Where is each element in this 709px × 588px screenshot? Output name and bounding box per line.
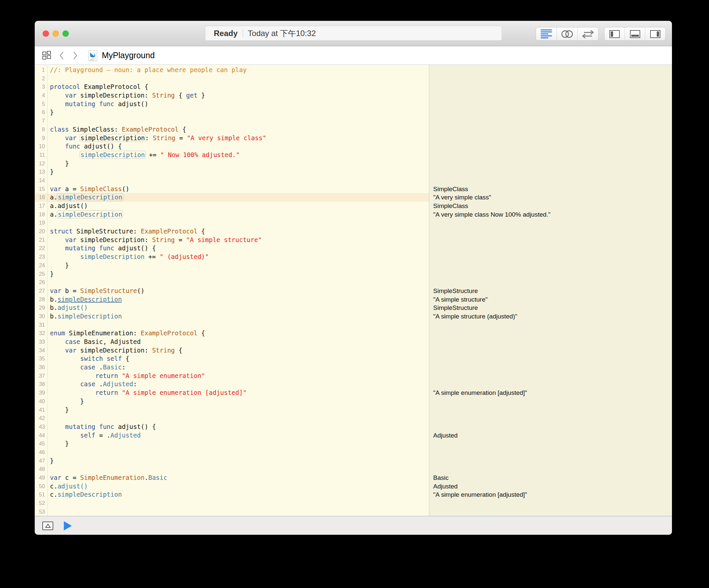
result-value[interactable]: "A very simple class Now 100% adjusted." <box>429 210 672 219</box>
result-value[interactable]: "A very simple class" <box>429 193 672 202</box>
code-line[interactable]: return "A simple enumeration" <box>48 372 205 380</box>
back-button[interactable] <box>58 51 65 60</box>
code-line[interactable]: var c = SimpleEnumeration.Basic <box>48 474 167 482</box>
code-line[interactable]: mutating func adjust() <box>48 100 148 108</box>
code-line-row[interactable]: 52 <box>35 499 429 508</box>
code-line[interactable]: case .Basic: <box>48 363 126 372</box>
code-line[interactable]: self = .Adjusted <box>48 431 141 440</box>
code-line[interactable]: var simpleDescription: String = "A very … <box>48 134 266 142</box>
code-line-row[interactable]: 11 simpleDescription += " Now 100% adjus… <box>35 151 429 159</box>
close-button[interactable] <box>43 30 49 37</box>
code-line-row[interactable]: 41 } <box>35 406 429 415</box>
assistant-editor-button[interactable] <box>557 27 578 41</box>
code-line[interactable]: a.adjust() <box>48 202 88 210</box>
version-editor-button[interactable] <box>578 27 598 41</box>
code-line-row[interactable]: 12 } <box>35 159 429 168</box>
code-line-row[interactable]: 8class SimpleClass: ExampleProtocol { <box>35 125 429 134</box>
code-line-row[interactable]: 14 <box>35 176 429 185</box>
code-line-row[interactable]: 43 mutating func adjust() { <box>35 423 429 431</box>
code-line-row[interactable]: 30b.simpleDescription <box>35 312 429 321</box>
code-line[interactable]: case Basic, Adjusted <box>48 338 141 346</box>
code-line[interactable]: switch self { <box>48 354 129 363</box>
code-line[interactable]: var simpleDescription: String { get } <box>48 91 205 100</box>
code-line-row[interactable]: 22 mutating func adjust() { <box>35 244 429 253</box>
code-line-row[interactable]: 9 var simpleDescription: String = "A ver… <box>35 134 429 142</box>
code-line[interactable]: b.simpleDescription <box>48 312 122 321</box>
debug-area-toggle-button[interactable] <box>42 522 53 530</box>
inspector-panel-button[interactable] <box>645 27 665 41</box>
code-line-row[interactable]: 38 case .Adjusted: <box>35 380 429 389</box>
code-line[interactable]: enum SimpleEnumeration: ExampleProtocol … <box>48 329 205 338</box>
code-line[interactable]: mutating func adjust() { <box>48 423 156 431</box>
code-line[interactable] <box>48 117 50 125</box>
code-line-row[interactable]: 23 simpleDescription += " (adjusted)" <box>35 253 429 261</box>
code-line[interactable]: //: Playground – noun: a place where peo… <box>48 66 247 74</box>
code-line[interactable]: c.simpleDescription <box>48 490 122 499</box>
code-line-row[interactable]: 1//: Playground – noun: a place where pe… <box>35 66 429 74</box>
result-value[interactable]: SimpleStructure <box>429 303 672 312</box>
code-line[interactable]: } <box>48 168 54 176</box>
code-line[interactable] <box>48 176 50 185</box>
code-line-row[interactable]: 32enum SimpleEnumeration: ExampleProtoco… <box>35 329 429 338</box>
file-menu-button[interactable]: MyPlayground <box>102 51 155 60</box>
code-line-row[interactable]: 29b.adjust() <box>35 303 429 312</box>
result-value[interactable]: Adjusted <box>429 431 672 440</box>
code-line[interactable]: b.adjust() <box>48 303 88 312</box>
code-line[interactable]: } <box>48 406 69 415</box>
code-line-row[interactable]: 46 <box>35 448 429 457</box>
code-line-row[interactable]: 34 var simpleDescription: String { <box>35 346 429 355</box>
code-line-row[interactable]: 44 self = .Adjusted <box>35 431 429 440</box>
standard-editor-button[interactable] <box>536 27 557 41</box>
code-line-row[interactable]: 13} <box>35 168 429 176</box>
code-line[interactable] <box>48 219 50 227</box>
code-line-row[interactable]: 51c.simpleDescription <box>35 490 429 499</box>
code-line-row[interactable]: 33 case Basic, Adjusted <box>35 338 429 346</box>
code-line[interactable]: } <box>48 108 54 117</box>
result-value[interactable]: Adjusted <box>429 482 672 491</box>
code-line-row[interactable]: 31 <box>35 321 429 329</box>
result-value[interactable]: "A simple enumeration [adjusted]" <box>429 490 672 499</box>
code-line-row[interactable]: 19 <box>35 219 429 227</box>
code-line-row[interactable]: 24 } <box>35 261 429 270</box>
code-line-row[interactable]: 17a.adjust() <box>35 202 429 210</box>
code-line-row[interactable]: 36 case .Basic: <box>35 363 429 372</box>
code-line[interactable]: var b = SimpleStructure() <box>48 287 145 295</box>
code-line[interactable]: func adjust() { <box>48 142 122 151</box>
code-line-row[interactable]: 25} <box>35 270 429 278</box>
result-value[interactable]: "A simple structure (adjusted)" <box>429 312 672 321</box>
debug-area-panel-button[interactable] <box>625 27 646 41</box>
code-line-row[interactable]: 42 <box>35 414 429 423</box>
code-line[interactable]: } <box>48 457 54 465</box>
code-line-row[interactable]: 2 <box>35 74 429 83</box>
minimize-button[interactable] <box>53 30 59 37</box>
forward-button[interactable] <box>72 51 78 60</box>
code-line-row[interactable]: 18a.simpleDescription <box>35 210 429 219</box>
code-line-row[interactable]: 3protocol ExampleProtocol { <box>35 83 429 91</box>
code-line-row[interactable]: 16a.simpleDescription <box>35 193 429 202</box>
code-line-row[interactable]: 45 } <box>35 439 429 448</box>
code-line[interactable] <box>48 508 50 516</box>
code-line[interactable] <box>48 414 50 423</box>
navigator-panel-button[interactable] <box>604 27 625 41</box>
code-line-row[interactable]: 10 func adjust() { <box>35 142 429 151</box>
code-line[interactable]: case .Adjusted: <box>48 380 137 389</box>
code-line-row[interactable]: 28b.simpleDescription <box>35 295 429 304</box>
result-value[interactable]: SimpleClass <box>429 185 672 193</box>
run-button[interactable] <box>64 521 72 531</box>
code-line[interactable]: b.simpleDescription <box>48 295 122 304</box>
result-value[interactable]: Basic <box>429 474 672 482</box>
code-line-row[interactable]: 7 <box>35 117 429 125</box>
code-line[interactable]: class SimpleClass: ExampleProtocol { <box>48 125 186 134</box>
code-line[interactable] <box>48 448 50 457</box>
code-line[interactable]: simpleDescription += " (adjusted)" <box>48 253 209 261</box>
related-items-button[interactable] <box>41 50 52 61</box>
code-line-row[interactable]: 37 return "A simple enumeration" <box>35 372 429 380</box>
code-line[interactable]: mutating func adjust() { <box>48 244 156 253</box>
code-line[interactable] <box>48 321 50 329</box>
code-line-row[interactable]: 47} <box>35 457 429 465</box>
code-line-row[interactable]: 21 var simpleDescription: String = "A si… <box>35 236 429 244</box>
result-value[interactable]: "A simple structure" <box>429 295 672 304</box>
code-line-row[interactable]: 15var a = SimpleClass() <box>35 185 429 193</box>
code-line[interactable] <box>48 278 50 287</box>
code-line[interactable]: simpleDescription += " Now 100% adjusted… <box>48 151 240 159</box>
